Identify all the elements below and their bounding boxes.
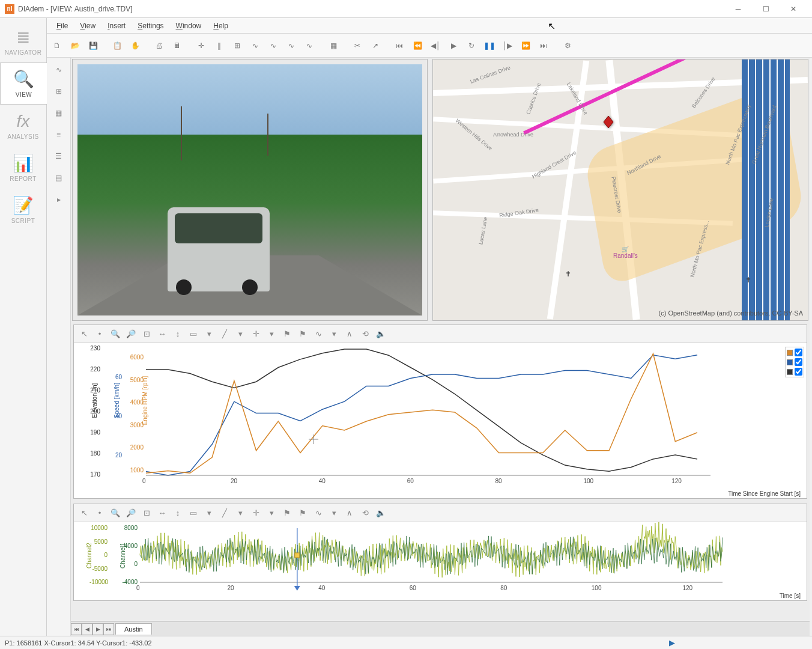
zoom-fit-icon[interactable]: ⊡ xyxy=(140,328,153,341)
play-button[interactable]: ▶ xyxy=(446,38,461,53)
crosshair-icon[interactable]: ✛ xyxy=(249,328,262,341)
chart1-legend[interactable] xyxy=(785,347,804,377)
delete-button[interactable]: ✂ xyxy=(350,38,365,53)
map-panel[interactable]: Las Colinas Drive Lakeland Drive Arrowhe… xyxy=(432,59,808,321)
legend-elev-check[interactable] xyxy=(795,368,802,376)
chart2-plot[interactable]: Channel2 Channel1 Time [s] -10000-500005… xyxy=(74,522,807,600)
curve-tool-2[interactable]: ∿ xyxy=(265,38,281,53)
legend-rpm-check[interactable] xyxy=(795,349,802,356)
link-icon[interactable]: ⟲ xyxy=(359,328,372,341)
flag2-icon[interactable]: ⚑ xyxy=(296,328,309,341)
zoom-x-icon[interactable]: ↔ xyxy=(156,507,169,520)
chart1-plot[interactable]: Elevation [m] Speed [km/h] Engine RPM [r… xyxy=(74,343,807,498)
crosshair-icon[interactable]: ✛ xyxy=(249,507,262,520)
curve-tool-1[interactable]: ∿ xyxy=(247,38,263,53)
status-play-icon[interactable]: ▶ xyxy=(669,638,675,647)
peak-icon[interactable]: ∧ xyxy=(343,328,356,341)
chart-cursor-tool[interactable]: ↖ xyxy=(77,507,91,520)
tab-first-button[interactable]: ⏮ xyxy=(71,623,82,635)
curve-icon[interactable]: ∿ xyxy=(312,328,325,341)
link-icon[interactable]: ⟲ xyxy=(359,507,372,520)
layout-grid-icon[interactable]: ⊞ xyxy=(50,83,67,100)
nav-navigator[interactable]: ≣ NAVIGATOR xyxy=(0,20,46,62)
menu-view[interactable]: View xyxy=(74,19,102,32)
zoom-out-icon[interactable]: 🔎 xyxy=(124,328,138,341)
zoom-in-icon[interactable]: 🔍 xyxy=(109,507,122,520)
step-forward-button[interactable]: │▶ xyxy=(500,38,515,53)
minimize-button[interactable]: ─ xyxy=(724,0,752,18)
nav-view[interactable]: 🔍 VIEW xyxy=(0,62,47,105)
scale-icon[interactable]: ▭ xyxy=(187,507,200,520)
layout-rows-icon[interactable]: ☰ xyxy=(50,148,67,165)
calculator-button[interactable]: 🖩 xyxy=(169,38,185,53)
tab-last-button[interactable]: ⏭ xyxy=(103,623,114,635)
dashcam-video xyxy=(77,64,422,315)
crosshair-button[interactable]: ✛ xyxy=(193,38,209,53)
scale-icon[interactable]: ▭ xyxy=(187,328,200,341)
new-button[interactable]: 🗋 xyxy=(49,38,65,53)
export-button[interactable]: ↗ xyxy=(368,38,383,53)
map-view[interactable]: Las Colinas Drive Lakeland Drive Arrowhe… xyxy=(433,59,808,320)
zoom-x-icon[interactable]: ↔ xyxy=(156,328,169,341)
print-button[interactable]: 🖨 xyxy=(151,38,167,53)
flag1-icon[interactable]: ⚑ xyxy=(280,507,294,520)
zoom-y-icon[interactable]: ↕ xyxy=(171,507,184,520)
zoom-y-icon[interactable]: ↕ xyxy=(171,328,184,341)
line-icon[interactable]: ╱ xyxy=(218,507,231,520)
nav-analysis[interactable]: fx ANALYSIS xyxy=(0,105,46,147)
save-button[interactable]: 💾 xyxy=(85,38,101,53)
zoom-fit-icon[interactable]: ⊡ xyxy=(140,507,153,520)
grid-button[interactable]: ⊞ xyxy=(229,38,245,53)
pause-button[interactable]: ❚❚ xyxy=(482,38,497,53)
skip-end-button[interactable]: ⏭ xyxy=(536,38,551,53)
menu-insert[interactable]: Insert xyxy=(102,19,132,32)
tab-austin[interactable]: Austin xyxy=(115,623,152,635)
step-back-button[interactable]: ◀│ xyxy=(428,38,443,53)
hand-button[interactable]: ✋ xyxy=(127,38,143,53)
band-cursor-button[interactable]: ‖ xyxy=(211,38,227,53)
menu-help[interactable]: Help xyxy=(207,19,234,32)
poi-randalls: 🛒 Randall's xyxy=(613,246,638,259)
chart-panel-1: ↖ • 🔍 🔎 ⊡ ↔ ↕ ▭ ▾ ╱ ▾ ✛ ▾ ⚑ ⚑ ∿ ▾ ∧ ⟲ 🔈 … xyxy=(73,324,807,499)
zoom-in-icon[interactable]: 🔍 xyxy=(109,328,122,341)
layout-list-icon[interactable]: ≡ xyxy=(50,126,67,143)
rewind-button[interactable]: ⏪ xyxy=(410,38,425,53)
chart-cursor-tool[interactable]: ↖ xyxy=(77,328,91,341)
layout-bars-icon[interactable]: ▤ xyxy=(50,169,67,186)
menu-window[interactable]: Window xyxy=(170,19,208,32)
tab-prev-button[interactable]: ◀ xyxy=(82,623,92,635)
curve-tool-4[interactable]: ∿ xyxy=(301,38,317,53)
flag2-icon[interactable]: ⚑ xyxy=(296,507,309,520)
sound-icon[interactable]: 🔈 xyxy=(374,507,387,520)
sound-icon[interactable]: 🔈 xyxy=(374,328,387,341)
settings-button[interactable]: ⚙ xyxy=(560,38,575,53)
nav-script[interactable]: 📝 SCRIPT xyxy=(0,189,46,231)
layout-wave-icon[interactable]: ∿ xyxy=(50,61,67,78)
layout-quad-icon[interactable]: ▦ xyxy=(50,105,67,121)
layout-flag-icon[interactable]: ▸ xyxy=(50,191,67,208)
tab-next-button[interactable]: ▶ xyxy=(92,623,103,635)
legend-button[interactable]: ▦ xyxy=(326,38,341,53)
skip-start-button[interactable]: ⏮ xyxy=(392,38,407,53)
loop-button[interactable]: ↻ xyxy=(464,38,479,53)
fast-forward-button[interactable]: ⏩ xyxy=(518,38,533,53)
flag1-icon[interactable]: ⚑ xyxy=(280,328,294,341)
title-bar: nI DIAdem - [VIEW: Austin_drive.TDV] ─ ☐… xyxy=(0,0,812,18)
maximize-button[interactable]: ☐ xyxy=(752,0,780,18)
peak-icon[interactable]: ∧ xyxy=(343,507,356,520)
open-button[interactable]: 📂 xyxy=(67,38,83,53)
nav-report[interactable]: 📊 REPORT xyxy=(0,147,46,189)
chart2-toolbar: ↖ • 🔍 🔎 ⊡ ↔ ↕ ▭ ▾ ╱ ▾ ✛ ▾ ⚑ ⚑ ∿ ▾ ∧ ⟲ 🔈 xyxy=(74,504,807,522)
zoom-out-icon[interactable]: 🔎 xyxy=(124,507,138,520)
copy-button[interactable]: 📋 xyxy=(109,38,125,53)
menu-settings[interactable]: Settings xyxy=(132,19,169,32)
database-icon: ≣ xyxy=(16,27,30,47)
curve-tool-3[interactable]: ∿ xyxy=(283,38,299,53)
legend-speed-check[interactable] xyxy=(795,358,802,366)
video-panel[interactable] xyxy=(72,59,428,321)
line-icon[interactable]: ╱ xyxy=(218,328,231,341)
menu-file[interactable]: File xyxy=(50,19,74,32)
close-button[interactable]: ✕ xyxy=(780,0,807,18)
curve-icon[interactable]: ∿ xyxy=(312,507,325,520)
report-icon: 📊 xyxy=(13,153,34,173)
